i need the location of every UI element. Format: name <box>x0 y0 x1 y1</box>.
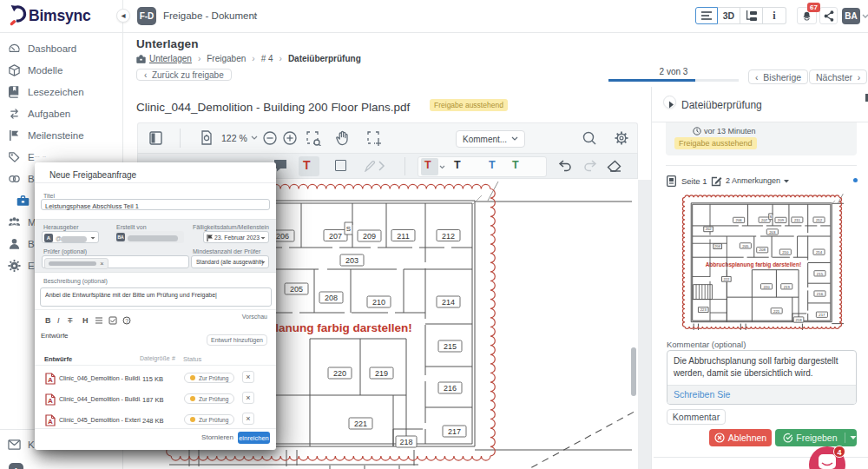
svg-text:B: B <box>45 316 51 325</box>
svg-text:219: 219 <box>375 369 388 378</box>
svg-text:S: S <box>346 225 351 233</box>
svg-text:216: 216 <box>444 384 457 393</box>
svg-text:H: H <box>82 316 89 325</box>
svg-text:A: A <box>48 418 53 426</box>
svg-text:218: 218 <box>399 438 412 446</box>
svg-text:?: ? <box>125 318 128 324</box>
svg-text:212: 212 <box>442 232 455 241</box>
svg-text:I: I <box>57 316 60 325</box>
svg-text:210: 210 <box>372 298 385 307</box>
svg-text:206: 206 <box>276 232 289 241</box>
svg-text:A: A <box>48 397 53 405</box>
svg-text:209: 209 <box>363 232 376 241</box>
svg-text:Bimsync: Bimsync <box>29 7 91 24</box>
svg-text:211: 211 <box>397 232 409 241</box>
svg-text:220: 220 <box>333 369 346 378</box>
svg-text:T: T <box>68 316 73 325</box>
svg-text:205: 205 <box>290 285 303 294</box>
svg-text:217: 217 <box>448 427 461 436</box>
svg-text:207: 207 <box>329 232 342 241</box>
svg-text:208: 208 <box>325 294 338 302</box>
svg-text:203: 203 <box>345 256 358 265</box>
svg-text:221: 221 <box>354 419 367 428</box>
svg-text:215: 215 <box>444 342 457 351</box>
svg-text:214: 214 <box>442 298 455 307</box>
svg-text:A: A <box>48 376 53 384</box>
